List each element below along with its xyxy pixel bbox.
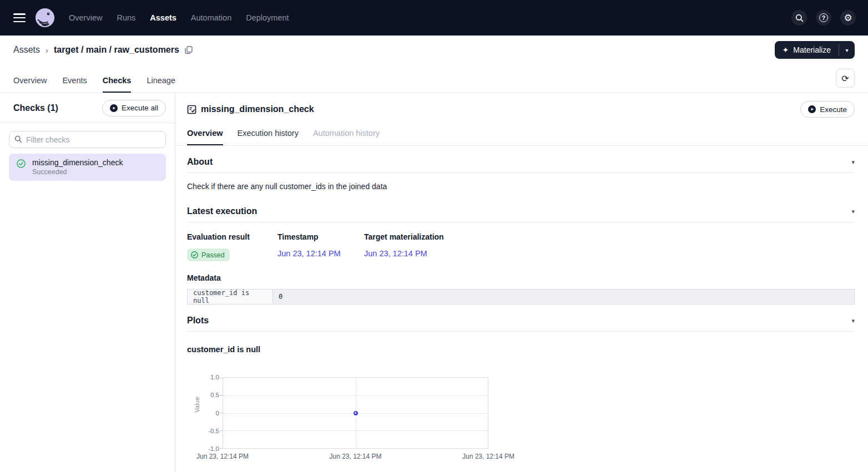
y-tick-label: -1.0	[208, 445, 219, 452]
materialize-label: Materialize	[793, 45, 831, 54]
subtab-automation-history: Automation history	[313, 129, 380, 145]
plot-title: customer_id is null	[187, 345, 855, 354]
nav-right-actions: ? ⚙	[791, 10, 856, 26]
subtab-overview[interactable]: Overview	[187, 129, 223, 145]
checks-sidebar: Checks (1) Execute all missing_dimension…	[0, 93, 175, 472]
about-heading: About	[187, 157, 213, 167]
copy-button[interactable]	[185, 46, 193, 54]
x-tick-label: Jun 23, 12:14 PM	[196, 453, 249, 460]
play-icon	[110, 104, 118, 112]
nav-item-runs[interactable]: Runs	[117, 13, 135, 22]
breadcrumb-row: Assets › target / main / raw_customers ✦…	[0, 35, 868, 64]
y-tick-mark	[220, 413, 223, 413]
plot-area	[223, 377, 488, 449]
timestamp-link[interactable]: Jun 23, 12:14 PM	[277, 249, 341, 258]
materialize-button[interactable]: ✦ Materialize	[775, 41, 839, 59]
help-icon: ?	[819, 13, 828, 22]
filter-checks-input[interactable]	[9, 131, 166, 148]
materialize-split-button: ✦ Materialize ▾	[775, 41, 855, 59]
search-icon	[14, 135, 22, 143]
latest-execution-table: Evaluation result Timestamp Target mater…	[187, 232, 855, 261]
metadata-value: 0	[273, 290, 854, 304]
primary-nav: Overview Runs Assets Automation Deployme…	[69, 13, 289, 22]
y-tick-label: 0	[216, 410, 219, 417]
body: Checks (1) Execute all missing_dimension…	[0, 93, 868, 472]
passed-label: Passed	[201, 251, 225, 259]
dagster-logo-icon[interactable]	[34, 7, 55, 28]
data-point	[354, 411, 358, 415]
check-item-status: Succeeded	[32, 168, 123, 176]
page: Overview Runs Assets Automation Deployme…	[0, 0, 868, 472]
nav-item-overview[interactable]: Overview	[69, 13, 102, 22]
y-tick-label: 0.5	[210, 392, 219, 398]
col-timestamp: Timestamp	[277, 232, 364, 241]
gear-icon: ⚙	[844, 13, 852, 23]
check-list-item[interactable]: missing_dimension_check Succeeded	[9, 154, 166, 181]
hamburger-menu-icon[interactable]	[13, 13, 26, 22]
sparkle-icon: ✦	[783, 45, 789, 54]
latest-execution-heading: Latest execution	[187, 206, 257, 216]
collapse-caret-icon[interactable]: ▾	[851, 317, 855, 324]
x-tick-label: Jun 23, 12:14 PM	[462, 453, 514, 460]
help-button[interactable]: ?	[816, 10, 831, 26]
col-target-materialization: Target materialization	[364, 232, 855, 241]
metadata-key: customer_id is null	[188, 290, 273, 304]
refresh-icon: ⟳	[841, 73, 849, 84]
target-materialization-link[interactable]: Jun 23, 12:14 PM	[364, 249, 427, 258]
checks-header: Checks (1) Execute all	[0, 93, 175, 123]
check-title-wrap: missing_dimension_check	[187, 104, 314, 114]
x-tick-label: Jun 23, 12:14 PM	[329, 453, 381, 460]
top-nav: Overview Runs Assets Automation Deployme…	[0, 0, 868, 35]
check-detail-header: missing_dimension_check Execute	[175, 93, 868, 121]
check-detail-title: missing_dimension_check	[201, 104, 314, 114]
refresh-button[interactable]: ⟳	[836, 69, 855, 88]
search-icon	[795, 14, 804, 22]
execute-label: Execute	[820, 105, 847, 114]
asset-actions: ✦ Materialize ▾	[775, 41, 855, 59]
check-detail-panel: missing_dimension_check Execute Overview…	[175, 93, 868, 472]
breadcrumb-asset-path: target / main / raw_customers	[54, 45, 179, 55]
copy-icon	[185, 46, 193, 54]
success-check-icon	[191, 251, 198, 258]
tab-lineage[interactable]: Lineage	[147, 76, 175, 93]
tab-overview[interactable]: Overview	[13, 76, 47, 93]
nav-item-assets[interactable]: Assets	[150, 13, 176, 22]
checks-count-title: Checks (1)	[13, 103, 58, 113]
play-icon	[808, 105, 816, 113]
nav-item-automation[interactable]: Automation	[191, 13, 231, 22]
collapse-caret-icon[interactable]: ▾	[851, 159, 855, 166]
y-tick-label: -0.5	[208, 428, 219, 434]
subtab-execution-history[interactable]: Execution history	[238, 129, 299, 145]
metadata-table: customer_id is null 0	[187, 289, 855, 304]
latest-execution-section-header: Latest execution ▾	[187, 195, 855, 222]
filter-wrap	[9, 131, 166, 148]
asset-tabs: Overview Events Checks Lineage ⟳	[0, 64, 868, 93]
breadcrumb-assets-link[interactable]: Assets	[13, 45, 40, 55]
success-check-icon	[17, 159, 26, 168]
metadata-heading: Metadata	[187, 273, 855, 282]
tab-events[interactable]: Events	[62, 76, 87, 93]
about-section-header: About ▾	[187, 146, 855, 173]
y-tick-mark	[220, 430, 223, 431]
check-item-name: missing_dimension_check	[32, 158, 123, 167]
search-button[interactable]	[791, 10, 807, 26]
tab-checks[interactable]: Checks	[103, 76, 132, 93]
execute-button[interactable]: Execute	[800, 101, 855, 118]
about-description: Check if there are any null customer_ids…	[187, 182, 855, 191]
check-detail-content: About ▾ Check if there are any null cust…	[175, 146, 868, 471]
y-tick-labels: 1.00.50-0.5-1.0	[199, 377, 219, 449]
collapse-caret-icon[interactable]: ▾	[851, 208, 855, 215]
execute-all-label: Execute all	[122, 104, 158, 112]
y-tick-mark	[220, 378, 223, 378]
y-tick-mark	[220, 395, 223, 395]
materialize-dropdown-button[interactable]: ▾	[839, 41, 855, 59]
asset-check-icon	[187, 105, 196, 114]
execute-all-button[interactable]: Execute all	[102, 100, 166, 116]
plots-heading: Plots	[187, 316, 209, 326]
chevron-right-icon: ›	[46, 45, 48, 55]
execute-wrap: Execute	[800, 101, 855, 118]
check-subtabs: Overview Execution history Automation hi…	[175, 121, 868, 146]
nav-item-deployment[interactable]: Deployment	[246, 13, 289, 22]
y-tick-label: 1.0	[210, 374, 219, 380]
settings-button[interactable]: ⚙	[840, 10, 856, 26]
